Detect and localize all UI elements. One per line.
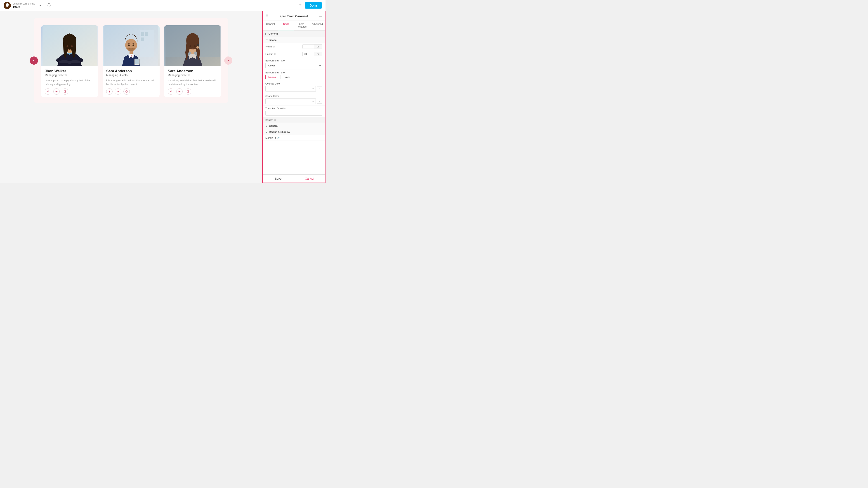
border-general-header[interactable]: ▶ General <box>263 123 325 129</box>
linkedin-button[interactable] <box>176 88 183 95</box>
linkedin-button[interactable] <box>53 88 60 95</box>
height-unit-select[interactable]: px <box>314 52 322 56</box>
overlay-color-text-input[interactable] <box>270 87 311 91</box>
svg-point-37 <box>196 46 199 48</box>
shape-color-text-input[interactable] <box>270 99 311 103</box>
panel-header: ⠿ Xpro Team Carousel — <box>263 11 325 21</box>
width-label: Width 🖥 <box>266 45 301 48</box>
carousel-next-button[interactable] <box>224 57 232 65</box>
tab-general[interactable]: General <box>263 21 278 30</box>
height-input[interactable] <box>303 52 314 56</box>
margin-responsive-icon: 🖥 <box>274 136 276 139</box>
menu-lines-icon[interactable] <box>291 3 296 8</box>
tab-advanced[interactable]: Advanced <box>309 21 325 30</box>
save-button[interactable]: Save <box>263 175 294 183</box>
team-card: Jhon Walker Managing Director Lorem Ipsu… <box>41 25 98 97</box>
edit-color-icon[interactable]: ✏ <box>311 88 315 90</box>
svg-point-10 <box>71 45 73 47</box>
border-radius-header[interactable]: ▶ Radius & Shadow <box>263 129 325 135</box>
team-member-role: Managing Director <box>168 74 217 77</box>
width-input[interactable] <box>303 44 314 49</box>
margin-link-icon[interactable]: 🔗 <box>277 137 280 139</box>
tab-xpro-features[interactable]: Xpro Features <box>294 21 309 30</box>
facebook-button[interactable] <box>106 88 113 95</box>
svg-rect-13 <box>64 91 66 92</box>
bg-normal-button[interactable]: Normal <box>266 75 279 79</box>
bg-type-select[interactable]: Cover <box>266 63 322 68</box>
clear-overlay-color-button[interactable]: ✕ <box>317 87 322 91</box>
bg-type-label: Background Type <box>266 59 285 62</box>
notification-bell[interactable] <box>47 3 51 8</box>
team-card: Sara Anderson Managing Director It is a … <box>164 25 221 97</box>
drag-handle-icon[interactable]: ⠿ <box>266 14 269 18</box>
bg-type2-field-row: Background Type Normal Hover <box>263 70 325 81</box>
transition-input[interactable] <box>266 111 322 116</box>
svg-point-9 <box>66 45 68 47</box>
image-section-header[interactable]: ▼ Image <box>263 37 325 43</box>
add-button[interactable] <box>298 3 302 8</box>
linkedin-button[interactable] <box>115 88 121 95</box>
team-socials <box>45 88 94 95</box>
width-field-row: Width 🖥 px <box>263 43 325 51</box>
team-member-desc: It is a long established fact that a rea… <box>106 78 156 86</box>
carousel-wrapper: Jhon Walker Managing Director Lorem Ipsu… <box>34 18 228 103</box>
bg-type-field-row: Background Type Cover <box>263 58 325 70</box>
svg-rect-26 <box>117 91 118 92</box>
topbar-right: Done <box>291 2 322 8</box>
overlay-color-label: Overlay Color <box>266 82 281 85</box>
currently-editing-label: Currently Editing Page <box>13 2 35 5</box>
settings-panel: ⠿ Xpro Team Carousel — General Style Xpr… <box>262 11 326 183</box>
svg-rect-28 <box>126 91 127 92</box>
general-section-header[interactable]: ▶ General <box>263 31 325 37</box>
transition-duration-field: Transition Duration <box>263 106 325 117</box>
overlay-color-input[interactable]: ✏ <box>266 86 316 92</box>
shape-color-row: Shape Color ✏ ✕ <box>263 93 325 106</box>
svg-rect-40 <box>187 91 189 92</box>
svg-rect-19 <box>141 37 144 41</box>
border-label: Border 🖥 <box>266 119 322 121</box>
carousel-prev-button[interactable] <box>30 57 38 65</box>
shape-color-input[interactable]: ✏ <box>266 98 316 104</box>
team-member-image <box>41 25 98 66</box>
responsive-icon: 🖥 <box>273 45 275 48</box>
team-member-name: Sara Anderson <box>106 69 156 73</box>
team-member-desc: It is a long established fact that a rea… <box>168 78 217 86</box>
cancel-button[interactable]: Cancel <box>294 175 325 183</box>
page-dropdown[interactable] <box>37 3 43 8</box>
team-socials <box>168 88 217 95</box>
instagram-button[interactable] <box>62 88 68 95</box>
done-button[interactable]: Done <box>305 2 322 8</box>
margin-row: Margin 🖥 🔗 <box>263 135 325 141</box>
facebook-button[interactable] <box>45 88 51 95</box>
minimize-panel-button[interactable]: — <box>319 14 322 18</box>
bg-hover-button[interactable]: Hover <box>281 75 293 79</box>
svg-point-34 <box>189 45 191 47</box>
facebook-button[interactable] <box>168 88 174 95</box>
panel-tabs: General Style Xpro Features Advanced <box>263 21 325 31</box>
chevron-right-icon: ▶ <box>266 125 268 127</box>
overlay-color-row: Overlay Color ✏ ✕ <box>263 81 325 93</box>
svg-point-12 <box>56 91 56 91</box>
team-card: Sara Anderson Managing Director It is a … <box>103 25 160 97</box>
team-card-body: Jhon Walker Managing Director Lorem Ipsu… <box>41 66 98 97</box>
width-unit-select[interactable]: px <box>314 44 322 49</box>
chevron-down-icon: ▼ <box>266 39 268 41</box>
page-name: Team <box>13 5 35 8</box>
svg-point-39 <box>179 91 179 91</box>
team-member-image <box>103 25 160 66</box>
instagram-button[interactable] <box>123 88 130 95</box>
panel-title: Xpro Team Carousel <box>279 14 308 18</box>
border-responsive-icon: 🖥 <box>274 119 276 121</box>
tab-style[interactable]: Style <box>278 21 294 30</box>
height-field-row: Height 🖥 px <box>263 51 325 58</box>
general-section-label: General <box>269 32 322 35</box>
team-member-name: Jhon Walker <box>45 69 94 73</box>
svg-rect-25 <box>135 59 139 64</box>
instagram-button[interactable] <box>185 88 191 95</box>
border-section-header: Border 🖥 <box>263 117 325 123</box>
edit-shape-color-icon[interactable]: ✏ <box>311 100 315 103</box>
height-label: Height 🖥 <box>266 53 301 55</box>
page-info: Currently Editing Page Team <box>13 2 35 8</box>
clear-shape-color-button[interactable]: ✕ <box>317 99 322 104</box>
svg-point-22 <box>128 44 130 46</box>
